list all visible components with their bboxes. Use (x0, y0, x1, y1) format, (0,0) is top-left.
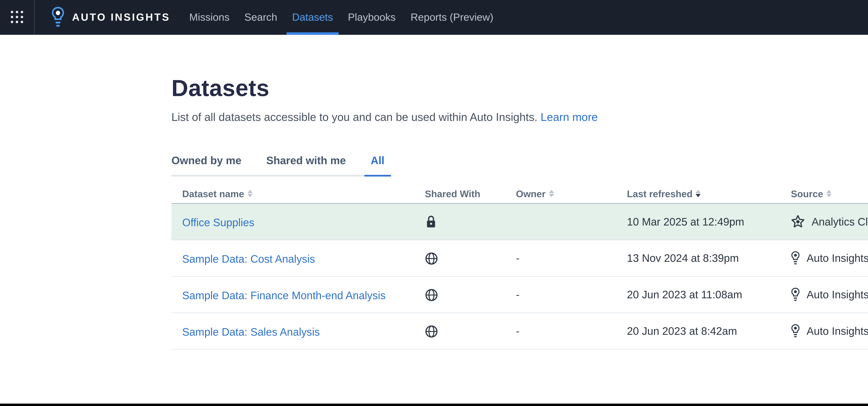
shared-with-cell (425, 252, 516, 265)
dataset-name-link[interactable]: Sample Data: Cost Analysis (182, 253, 315, 265)
nav-item-reports-preview[interactable]: Reports (Preview) (403, 0, 501, 35)
main-content: Datasets List of all datasets accessible… (0, 76, 868, 350)
dataset-name-cell: Sample Data: Finance Month-end Analysis (172, 287, 425, 302)
table-row: Sample Data: Sales Analysis - (172, 313, 868, 350)
shared-with-cell (425, 215, 516, 229)
globe-icon (425, 288, 438, 301)
dataset-name-cell: Sample Data: Cost Analysis (172, 251, 425, 266)
primary-nav: Missions Search Datasets Playbooks Repor… (182, 0, 501, 35)
dataset-name-cell: Sample Data: Sales Analysis (172, 324, 425, 339)
dataset-name-link[interactable]: Sample Data: Finance Month-end Analysis (182, 289, 385, 301)
subtitle-text: List of all datasets accessible to you a… (172, 111, 537, 123)
owner-cell: - (516, 252, 627, 264)
tab-shared-with-me[interactable]: Shared with me (260, 149, 352, 176)
column-header-last-refreshed[interactable]: Last refreshed (627, 188, 791, 198)
sort-arrows-icon (696, 190, 701, 197)
dataset-name-link[interactable]: Sample Data: Sales Analysis (182, 325, 320, 338)
page-title: Datasets (172, 76, 868, 101)
last-refreshed-cell: 13 Nov 2024 at 8:39pm (627, 252, 791, 264)
lightbulb-icon (791, 288, 800, 301)
lightbulb-icon (791, 324, 800, 338)
toolbar: Owned by me Shared with me All (172, 149, 868, 176)
top-navbar: AUTO INSIGHTS Missions Search Datasets P… (0, 0, 868, 35)
datasets-table: Dataset nameShared WithOwnerLast refresh… (172, 184, 868, 350)
column-label: Owner (516, 188, 546, 198)
shared-with-cell (425, 288, 516, 301)
tab-owned-by-me[interactable]: Owned by me (172, 149, 248, 176)
nav-item-datasets[interactable]: Datasets (285, 0, 340, 35)
column-header-source[interactable]: Source (791, 188, 868, 198)
sort-arrows-icon (247, 190, 252, 197)
app-grid-icon (10, 11, 24, 24)
nav-item-missions[interactable]: Missions (182, 0, 237, 35)
page-subtitle: List of all datasets accessible to you a… (172, 111, 868, 124)
column-header-dataset-name[interactable]: Dataset name (172, 188, 425, 198)
column-label: Dataset name (182, 188, 244, 198)
tab-all[interactable]: All (364, 149, 391, 176)
column-label: Last refreshed (627, 188, 692, 198)
source-label: Auto Insights-Sample Dataset (807, 288, 868, 301)
dataset-name-cell: Office Supplies (172, 214, 425, 229)
table-row: Sample Data: Finance Month-end Analysis … (172, 277, 868, 313)
column-label: Source (791, 188, 823, 198)
source-label: Analytics Cloud-File Upload (812, 215, 868, 228)
filter-tabs: Owned by me Shared with me All (172, 149, 391, 176)
last-refreshed-cell: 10 Mar 2025 at 12:49pm (627, 215, 791, 228)
source-label: Auto Insights-Sample Dataset (807, 325, 868, 337)
lightbulb-logo-icon (51, 7, 65, 28)
source-cell: Auto Insights-Sample Dataset (791, 251, 868, 265)
source-cell: Auto Insights-Sample Dataset (791, 324, 868, 338)
screen: AUTO INSIGHTS Missions Search Datasets P… (0, 0, 868, 406)
table-header-row: Dataset nameShared WithOwnerLast refresh… (172, 184, 868, 204)
column-label: Shared With (425, 188, 480, 198)
owner-cell: - (516, 325, 627, 337)
globe-icon (425, 324, 438, 338)
table-body: Office Supplies 10 Mar 2025 (172, 204, 868, 350)
last-refreshed-cell: 20 Jun 2023 at 8:42am (627, 325, 791, 337)
shared-with-cell (425, 324, 516, 338)
source-label: Auto Insights-Sample Dataset (807, 252, 868, 264)
column-header-owner[interactable]: Owner (516, 188, 627, 198)
nav-item-playbooks[interactable]: Playbooks (340, 0, 403, 35)
nav-item-search[interactable]: Search (237, 0, 285, 35)
app-grid-button[interactable] (0, 0, 35, 35)
column-header-shared-with: Shared With (425, 188, 516, 198)
brand-name: AUTO INSIGHTS (72, 12, 170, 23)
dataset-name-link[interactable]: Office Supplies (182, 216, 254, 228)
source-cell: Analytics Cloud-File Upload (791, 215, 868, 229)
brand-logo[interactable]: AUTO INSIGHTS (35, 0, 182, 35)
bottom-edge-bar (0, 404, 868, 406)
source-cell: Auto Insights-Sample Dataset (791, 288, 868, 301)
learn-more-link[interactable]: Learn more (540, 111, 598, 123)
globe-icon (425, 252, 438, 265)
owner-cell: - (516, 288, 627, 301)
owner-value: - (516, 288, 520, 301)
table-row: Office Supplies 10 Mar 2025 (172, 204, 868, 240)
last-refreshed-cell: 20 Jun 2023 at 11:08am (627, 288, 791, 301)
table-row: Sample Data: Cost Analysis - (172, 240, 868, 277)
owner-value: - (516, 252, 520, 264)
owner-value: - (516, 325, 520, 337)
analytics-cloud-icon (791, 215, 805, 229)
lock-icon (425, 215, 437, 229)
lightbulb-icon (791, 251, 800, 265)
sort-arrows-icon (549, 190, 554, 197)
sort-arrows-icon (827, 190, 832, 197)
